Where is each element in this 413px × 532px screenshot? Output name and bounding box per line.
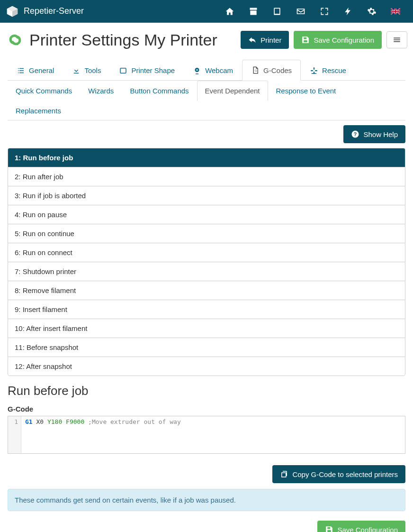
subtab-event-dependent[interactable]: Event Dependent [197, 81, 268, 101]
link-icon [6, 30, 25, 49]
svg-text:?: ? [354, 131, 357, 137]
event-detail-section: Run before job G-Code 1 G1 X0 Y180 F9000… [0, 376, 413, 461]
printer-button[interactable]: Printer [241, 31, 289, 49]
archive-icon[interactable] [242, 0, 265, 23]
code-area[interactable]: G1 X0 Y180 F9000 ;Move extruder out of w… [21, 416, 405, 453]
save-config-label: Save Configuration [314, 36, 374, 44]
event-item-6[interactable]: 6: Run on connect [8, 243, 405, 262]
gcode-label: G-Code [8, 405, 405, 413]
svg-point-7 [197, 69, 198, 71]
webcam-icon [193, 66, 201, 75]
event-detail-title: Run before job [8, 384, 405, 398]
save-config-button-bottom[interactable]: Save Configuration [317, 521, 405, 532]
top-navbar: Repetier-Server [0, 0, 413, 23]
tab-general-label: General [29, 66, 54, 74]
subtab-replacements[interactable]: Replacements [8, 101, 69, 120]
menu-toggle-button[interactable] [386, 31, 407, 48]
copy-gcode-label: Copy G-Code to selected printers [292, 470, 398, 478]
main-tabs: General Tools Printer Shape Webcam G G-C… [8, 54, 405, 81]
tab-tools[interactable]: Tools [63, 60, 110, 81]
event-item-7[interactable]: 7: Shutdown printer [8, 262, 405, 281]
reply-icon [248, 36, 257, 44]
event-item-2[interactable]: 2: Run after job [8, 167, 405, 186]
tablet-icon[interactable] [265, 0, 289, 23]
home-icon[interactable] [218, 0, 242, 23]
page-title: Printer Settings My Printer [29, 31, 217, 49]
page-header: Printer Settings My Printer Printer Save… [0, 23, 413, 54]
event-item-11[interactable]: 11: Before snapshot [8, 338, 405, 357]
subtab-wizards[interactable]: Wizards [80, 81, 122, 101]
event-item-1[interactable]: 1: Run before job [8, 148, 405, 167]
help-icon: ? [351, 130, 359, 138]
tab-printer-shape-label: Printer Shape [131, 66, 175, 74]
subtab-response-to-event[interactable]: Response to Event [268, 81, 344, 101]
save-icon [301, 36, 310, 44]
tab-gcodes-label: G-Codes [263, 66, 292, 74]
tab-webcam[interactable]: Webcam [184, 60, 242, 81]
tab-rescue[interactable]: Rescue [301, 60, 355, 81]
show-help-button[interactable]: ? Show Help [343, 125, 405, 143]
save-config-button-top[interactable]: Save Configuration [294, 31, 382, 49]
event-item-12[interactable]: 12: After snapshot [8, 357, 405, 376]
tab-general[interactable]: General [8, 60, 63, 81]
navbar-icons [218, 0, 407, 23]
event-item-4[interactable]: 4: Run on pause [8, 205, 405, 224]
event-item-9[interactable]: 9: Insert filament [8, 300, 405, 319]
tab-gcodes[interactable]: G G-Codes [242, 60, 301, 81]
save-icon [325, 525, 333, 532]
event-item-8[interactable]: 8: Remove filament [8, 281, 405, 300]
brand[interactable]: Repetier-Server [6, 5, 84, 18]
show-help-label: Show Help [363, 130, 398, 138]
info-box: These commands get send on certain event… [8, 489, 405, 511]
fullscreen-icon[interactable] [313, 0, 336, 23]
save-config-bottom-label: Save Configuration [337, 526, 398, 532]
gear-icon[interactable] [360, 0, 384, 23]
hamburger-icon [393, 36, 401, 44]
rescue-icon [310, 66, 318, 75]
svg-text:G: G [255, 69, 257, 72]
bolt-icon[interactable] [336, 0, 360, 23]
file-code-icon: G [251, 66, 260, 74]
event-item-10[interactable]: 10: After insert filament [8, 319, 405, 338]
gcode-editor[interactable]: 1 G1 X0 Y180 F9000 ;Move extruder out of… [8, 416, 405, 454]
copy-gcode-button[interactable]: Copy G-Code to selected printers [272, 465, 405, 483]
shape-icon [119, 66, 127, 75]
tab-webcam-label: Webcam [205, 66, 233, 74]
subtab-button-commands[interactable]: Button Commands [122, 81, 197, 101]
sub-tabs: Quick Commands Wizards Button Commands E… [8, 81, 405, 120]
download-icon [72, 66, 81, 75]
logo-icon [6, 5, 19, 18]
mail-icon[interactable] [289, 0, 313, 23]
language-flag[interactable] [384, 0, 407, 23]
tab-tools-label: Tools [84, 66, 101, 74]
event-item-3[interactable]: 3: Run if job is aborted [8, 186, 405, 205]
info-text: These commands get send on certain event… [15, 496, 236, 504]
brand-label: Repetier-Server [24, 6, 84, 16]
tab-printer-shape[interactable]: Printer Shape [110, 60, 184, 81]
event-list: 1: Run before job 2: Run after job 3: Ru… [8, 148, 405, 376]
svg-rect-5 [120, 68, 126, 73]
printer-button-label: Printer [260, 36, 281, 44]
event-item-5[interactable]: 5: Run on continue [8, 224, 405, 243]
gutter: 1 [8, 416, 21, 453]
copy-icon [280, 470, 288, 478]
tab-rescue-label: Rescue [322, 66, 346, 74]
subtab-quick-commands[interactable]: Quick Commands [8, 81, 80, 101]
list-icon [17, 66, 25, 75]
